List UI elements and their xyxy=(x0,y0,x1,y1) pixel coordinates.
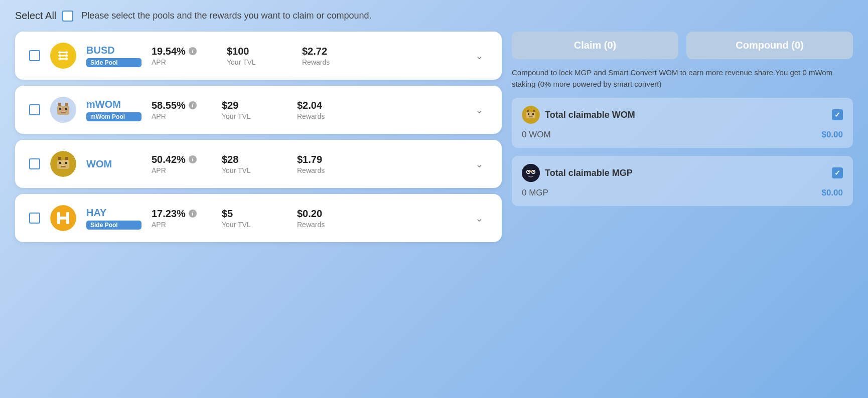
pool-info-icon-hay[interactable]: i xyxy=(189,210,197,218)
pool-card-wom: WOM 50.42% i APR $28 Your TVL $1.79 Rewa… xyxy=(15,140,502,188)
main-layout: BUSD Side Pool 19.54% i APR $100 Your TV… xyxy=(15,32,853,242)
svg-rect-29 xyxy=(526,112,535,118)
svg-rect-19 xyxy=(65,162,67,164)
pool-card-busd: BUSD Side Pool 19.54% i APR $100 Your TV… xyxy=(15,32,502,80)
pool-apr-wom: 50.42% i APR xyxy=(152,154,212,174)
pool-rewards-value-busd: $2.72 xyxy=(302,46,367,57)
pool-info-icon-wom[interactable]: i xyxy=(189,155,197,163)
pool-info-mwom: mWOM mWom Pool xyxy=(86,99,141,121)
svg-rect-8 xyxy=(65,103,68,106)
pool-card-hay: HAY Side Pool 17.23% i APR $5 Your TVL $… xyxy=(15,194,502,242)
pool-tvl-label-wom: Your TVL xyxy=(222,166,287,174)
pool-apr-hay: 17.23% i APR xyxy=(152,208,212,229)
svg-rect-20 xyxy=(61,166,66,167)
pool-info-icon-busd[interactable]: i xyxy=(189,47,197,55)
svg-rect-5 xyxy=(66,51,67,61)
pool-info-hay: HAY Side Pool xyxy=(86,207,141,230)
mgp-reward-icon xyxy=(522,164,540,182)
pool-name-hay: HAY xyxy=(86,207,141,219)
pool-info-icon-mwom[interactable]: i xyxy=(189,101,197,109)
pool-name-mwom: mWOM xyxy=(86,99,141,110)
wom-reward-title: Total claimable WOM xyxy=(522,106,635,124)
wom-amount: 0 WOM xyxy=(522,130,551,140)
claim-button[interactable]: Claim (0) xyxy=(512,32,678,59)
svg-rect-16 xyxy=(65,157,68,160)
mgp-value: $0.00 xyxy=(821,188,843,198)
pool-name-wom: WOM xyxy=(86,158,141,170)
pool-tvl-value-hay: $5 xyxy=(222,208,287,220)
pool-rewards-label-wom: Rewards xyxy=(297,166,362,174)
svg-rect-9 xyxy=(57,106,69,115)
pool-tvl-hay: $5 Your TVL xyxy=(222,208,287,229)
mgp-amount: 0 MGP xyxy=(522,188,548,198)
svg-rect-17 xyxy=(57,160,69,169)
pool-apr-value-wom: 50.42% i xyxy=(152,154,212,165)
pool-rewards-value-mwom: $2.04 xyxy=(297,100,362,111)
pool-rewards-mwom: $2.04 Rewards xyxy=(297,100,362,120)
mgp-reward-card: Total claimable MGP 0 MGP $0.00 xyxy=(512,156,853,206)
select-all-checkbox[interactable] xyxy=(62,11,73,22)
pool-tvl-value-wom: $28 xyxy=(222,154,287,165)
pool-rewards-busd: $2.72 Rewards xyxy=(302,46,367,66)
mgp-reward-checkbox[interactable] xyxy=(832,167,843,178)
right-panel: Claim (0) Compound (0) Compound to lock … xyxy=(512,32,853,206)
svg-rect-12 xyxy=(61,112,66,113)
svg-rect-30 xyxy=(528,113,529,115)
pool-info-wom: WOM xyxy=(86,158,141,170)
action-buttons: Claim (0) Compound (0) xyxy=(512,32,853,59)
mgp-reward-header: Total claimable MGP xyxy=(522,164,843,182)
pool-checkbox-wom[interactable] xyxy=(29,158,40,169)
pool-expand-hay[interactable]: ⌄ xyxy=(471,210,488,226)
pool-tvl-mwom: $29 Your TVL xyxy=(222,100,287,120)
pool-expand-wom[interactable]: ⌄ xyxy=(471,156,488,172)
pool-rewards-wom: $1.79 Rewards xyxy=(297,154,362,174)
pool-expand-mwom[interactable]: ⌄ xyxy=(471,102,488,118)
svg-rect-15 xyxy=(58,157,61,160)
pool-apr-value-mwom: 58.55% i xyxy=(152,100,212,111)
pool-badge-busd: Side Pool xyxy=(86,58,141,67)
svg-rect-11 xyxy=(65,108,67,110)
pool-info-busd: BUSD Side Pool xyxy=(86,45,141,67)
pool-apr-label-wom: APR xyxy=(152,166,212,174)
svg-point-39 xyxy=(533,171,534,172)
svg-rect-13 xyxy=(62,111,65,112)
pool-tvl-busd: $100 Your TVL xyxy=(227,46,292,66)
pool-rewards-value-wom: $1.79 xyxy=(297,154,362,165)
pool-icon-busd xyxy=(50,43,76,69)
pool-expand-busd[interactable]: ⌄ xyxy=(471,48,488,64)
svg-rect-28 xyxy=(533,110,535,112)
svg-rect-7 xyxy=(58,103,61,106)
pool-apr-label-busd: APR xyxy=(152,58,217,66)
wom-reward-checkbox[interactable] xyxy=(832,109,843,120)
wom-reward-header: Total claimable WOM xyxy=(522,106,843,124)
pool-checkbox-busd[interactable] xyxy=(29,50,40,61)
pool-apr-label-mwom: APR xyxy=(152,112,212,120)
compound-description: Compound to lock MGP and Smart Convert W… xyxy=(512,67,853,90)
pool-rewards-hay: $0.20 Rewards xyxy=(297,208,362,229)
pool-checkbox-hay[interactable] xyxy=(29,213,40,224)
wom-value: $0.00 xyxy=(821,130,843,140)
mgp-reward-amount-row: 0 MGP $0.00 xyxy=(522,188,843,198)
pool-tvl-label-hay: Your TVL xyxy=(222,221,287,229)
pool-icon-mwom xyxy=(50,97,76,123)
pool-tvl-label-mwom: Your TVL xyxy=(222,112,287,120)
pool-card-mwom: mWOM mWom Pool 58.55% i APR $29 Your TVL… xyxy=(15,86,502,134)
svg-rect-18 xyxy=(59,162,61,164)
select-all-label: Select All xyxy=(15,10,56,22)
pool-checkbox-mwom[interactable] xyxy=(29,104,40,115)
pool-rewards-value-hay: $0.20 xyxy=(297,208,362,220)
pool-rewards-label-hay: Rewards xyxy=(297,221,362,229)
compound-button[interactable]: Compound (0) xyxy=(686,32,853,59)
svg-rect-27 xyxy=(527,110,529,112)
wom-reward-title-text: Total claimable WOM xyxy=(545,110,635,120)
pool-apr-label-hay: APR xyxy=(152,221,212,229)
pool-badge-mwom: mWom Pool xyxy=(86,112,141,121)
svg-rect-21 xyxy=(62,165,65,166)
svg-rect-32 xyxy=(529,116,533,117)
svg-point-33 xyxy=(522,164,540,182)
svg-point-38 xyxy=(528,171,529,172)
wom-reward-card: Total claimable WOM 0 WOM $0.00 xyxy=(512,98,853,148)
svg-rect-25 xyxy=(57,217,69,220)
pool-rewards-label-busd: Rewards xyxy=(302,58,367,66)
pool-badge-hay: Side Pool xyxy=(86,221,141,230)
